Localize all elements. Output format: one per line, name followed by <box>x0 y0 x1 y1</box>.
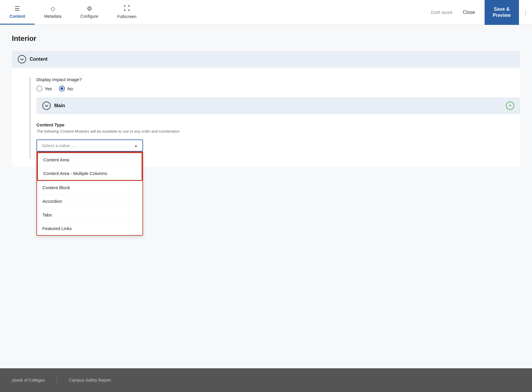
dropdown-highlighted-group: Content Area Content Area - Multiple Col… <box>37 152 142 181</box>
add-main-icon[interactable]: + <box>506 102 514 110</box>
dropdown-list: Content Area Content Area - Multiple Col… <box>36 152 143 236</box>
footer-bar: ybook of Colleges Campus Safety Report <box>0 368 532 392</box>
dropdown-item-accordion[interactable]: Accordion <box>37 195 142 208</box>
tab-fullscreen-label: Fullscreen <box>117 14 137 19</box>
dropdown-item-content-area-multiple[interactable]: Content Area - Multiple Columns <box>38 167 142 180</box>
tab-metadata-label: Metadata <box>44 14 61 19</box>
tab-configure-label: Configure <box>80 14 98 19</box>
save-preview-button[interactable]: Save &Preview <box>485 0 519 25</box>
topbar-right: Draft saved Close <box>431 0 485 25</box>
dropdown-item-content-block[interactable]: Content Block <box>37 181 142 195</box>
tab-content[interactable]: ☰ Content <box>0 0 35 25</box>
impact-image-radio-group: Yes No <box>36 86 520 91</box>
page-title: Interior <box>12 34 520 43</box>
draft-saved-text: Draft saved <box>431 10 452 15</box>
footer-divider <box>57 376 57 385</box>
content-type-label: Content Type <box>36 122 520 127</box>
main-section-body: Content Type The following Content Modul… <box>36 115 520 159</box>
tab-configure[interactable]: ⚙ Configure <box>71 0 108 25</box>
configure-icon: ⚙ <box>87 5 92 12</box>
content-section-panel: Content <box>12 51 520 68</box>
dropdown-arrow-icon: ▲ <box>134 144 138 148</box>
no-radio-inner <box>60 87 63 90</box>
dropdown-item-tabs[interactable]: Tabs <box>37 208 142 222</box>
main-section-title: Main <box>54 103 65 108</box>
tab-metadata[interactable]: ◇ Metadata <box>35 0 71 25</box>
dropdown-placeholder: Select a value ... <box>42 143 75 148</box>
content-section-inner: Display Impact Image? Yes No <box>30 77 520 159</box>
more-options-button[interactable]: ⋮ <box>519 0 532 25</box>
display-impact-label: Display Impact Image? <box>36 77 520 82</box>
no-radio-label: No <box>67 86 73 91</box>
yes-radio-option[interactable]: Yes <box>36 86 52 91</box>
footer-link-safety[interactable]: Campus Safety Report <box>69 378 111 383</box>
metadata-icon: ◇ <box>51 5 55 12</box>
main-collapse-icon[interactable] <box>42 102 51 110</box>
content-section-header[interactable]: Content <box>12 51 520 68</box>
main-content: Interior Content Display Impact Image? Y… <box>0 25 532 392</box>
dropdown-trigger[interactable]: Select a value ... ▲ <box>36 139 143 152</box>
dropdown-item-featured-links[interactable]: Featured Links <box>37 222 142 235</box>
content-section-title: Content <box>30 57 47 62</box>
content-collapse-icon[interactable] <box>18 55 26 63</box>
content-type-hint: The following Content Modules will be av… <box>36 129 520 134</box>
footer-link-handbook[interactable]: ybook of Colleges <box>12 378 45 383</box>
tab-fullscreen[interactable]: Fullscreen <box>108 0 146 25</box>
topbar: ☰ Content ◇ Metadata ⚙ Configure Fullscr… <box>0 0 532 25</box>
content-section-body: Display Impact Image? Yes No <box>12 69 520 167</box>
yes-radio-label: Yes <box>45 86 52 91</box>
content-icon: ☰ <box>15 5 20 12</box>
dropdown-item-content-area[interactable]: Content Area <box>38 153 142 167</box>
main-sub-section: Main + <box>36 97 520 114</box>
no-radio-option[interactable]: No <box>59 86 73 91</box>
main-section-header[interactable]: Main + <box>36 97 520 114</box>
close-button[interactable]: Close <box>458 7 480 17</box>
yes-radio-button[interactable] <box>36 86 42 91</box>
no-radio-button[interactable] <box>59 86 65 91</box>
fullscreen-icon <box>124 5 130 12</box>
tab-content-label: Content <box>9 14 25 19</box>
content-type-dropdown[interactable]: Select a value ... ▲ Content Area Conten… <box>36 139 143 152</box>
